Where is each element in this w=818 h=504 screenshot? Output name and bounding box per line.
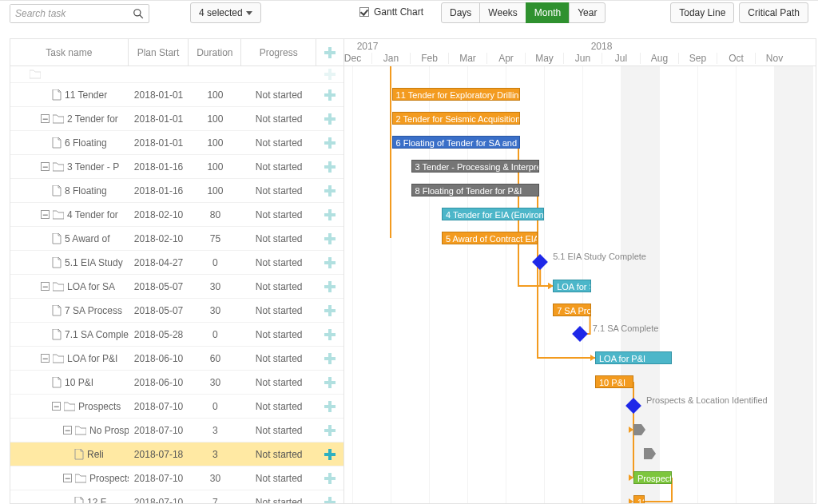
duration-cell: 0 [189,401,241,412]
month-label: Sep [678,53,717,64]
search-input[interactable] [10,5,128,22]
collapse-toggle[interactable] [63,474,72,482]
gantt-bar[interactable]: Prospects Id [633,471,672,484]
table-row[interactable]: 4 Tender for2018-02-1080Not started [10,202,343,226]
col-header-taskname[interactable]: Task name [10,39,129,65]
zoom-month-button[interactable]: Month [526,2,570,23]
table-row[interactable]: 2 Tender for2018-01-01100Not started [10,106,343,130]
add-task-button[interactable] [316,137,343,149]
table-row[interactable]: No Prospects2018-07-103Not started [10,418,343,442]
table-row[interactable]: LOA for P&I2018-06-1060Not started [10,346,343,370]
collapse-toggle[interactable] [63,426,72,435]
search-icon[interactable] [128,8,149,19]
month-label: Feb [410,53,448,64]
gantt-bar[interactable]: 3 Tender - Processing & Interpretation [411,160,539,173]
plus-icon [324,68,336,81]
table-row[interactable]: 3 Tender - P2018-01-16100Not started [10,154,343,178]
collapse-toggle[interactable] [52,402,61,411]
table-row[interactable]: Prospects2018-07-100Not started [10,394,343,418]
add-task-button[interactable] [316,113,343,125]
gantt-marker[interactable] [633,424,641,435]
gantt-milestone[interactable] [572,326,588,342]
gantt-bar[interactable]: 10 P&I [595,375,633,388]
zoom-year-button[interactable]: Year [569,2,606,23]
add-task-button[interactable] [316,232,343,245]
gantt-bar[interactable]: 11 Tender for Exploratory Drilling [392,88,520,101]
zoom-days-button[interactable]: Days [441,2,480,23]
plan-start-cell: 2018-01-16 [129,161,189,173]
col-header-progress[interactable]: Progress [241,39,316,65]
progress-cell: Not started [241,305,316,316]
table-row[interactable]: 5.1 EIA Study2018-04-270Not started [10,250,343,274]
plus-icon [324,113,336,125]
add-task-button[interactable] [316,424,343,437]
progress-cell: Not started [241,137,316,149]
table-row[interactable]: LOA for SA2018-05-0730Not started [10,274,343,298]
add-task-button[interactable] [316,161,343,173]
plan-start-cell: 2018-07-18 [129,449,189,460]
add-column-button[interactable] [316,39,343,65]
gantt-chart[interactable]: 20172018DecJanFebMarAprMayJunJulAugSepOc… [344,39,816,503]
add-task-button[interactable] [316,89,343,101]
table-row[interactable] [10,66,343,82]
add-task-button[interactable] [316,472,343,485]
table-row[interactable]: 5 Award of2018-02-1075Not started [10,226,343,250]
collapse-toggle[interactable] [41,162,50,171]
table-row[interactable]: 12 F2018-07-107Not started [10,490,343,503]
add-task-button[interactable] [316,328,343,341]
progress-cell: Not started [241,113,316,125]
collapse-toggle[interactable] [41,282,50,291]
progress-cell: Not started [241,449,316,460]
today-line-button[interactable]: Today Line [670,2,734,23]
gantt-bar[interactable]: LOA for SA [553,280,591,292]
gantt-bar[interactable]: 5 Award of Contract EIA Study [442,232,538,244]
add-task-button[interactable] [316,256,343,269]
duration-cell: 30 [189,473,241,484]
col-header-duration[interactable]: Duration [189,39,241,65]
gantt-chart-toggle[interactable]: Gantt Chart [359,6,423,18]
collapse-toggle[interactable] [41,354,50,363]
table-row[interactable]: 7 SA Process2018-05-0730Not started [10,298,343,322]
zoom-weeks-button[interactable]: Weeks [479,2,526,23]
table-row[interactable]: 6 Floating2018-01-01100Not started [10,130,343,154]
plan-start-cell: 2018-01-01 [129,137,189,149]
gantt-bar[interactable]: LOA for P&I [595,351,672,364]
table-row[interactable]: 8 Floating2018-01-16100Not started [10,178,343,202]
add-task-button[interactable] [316,185,343,197]
add-task-button[interactable] [316,304,343,317]
gantt-bar[interactable]: 4 Tender for EIA (Environment) [442,208,544,220]
table-row[interactable]: Prospects Id2018-07-1030Not started [10,466,343,490]
plus-icon [324,280,336,293]
table-row[interactable]: 11 Tender2018-01-01100Not started [10,82,343,106]
year-label: 2018 [391,40,812,52]
add-task-button[interactable] [316,448,343,461]
collapse-toggle[interactable] [41,114,50,123]
add-task-button[interactable] [316,208,343,221]
gantt-bar[interactable]: 8 Floating of Tender for P&I [411,184,539,196]
gantt-bar[interactable]: 7 SA Process [553,304,591,316]
month-label: May [525,53,563,64]
gantt-bar[interactable]: 2 Tender for Seismic Acquisition(SA) [392,112,520,125]
table-row[interactable]: Reli2018-07-183Not started [10,442,343,466]
add-task-button[interactable] [316,496,343,504]
critical-path-button[interactable]: Critical Path [739,2,808,23]
duration-cell: 100 [189,137,241,149]
gantt-marker[interactable] [644,448,652,459]
gantt-bar[interactable]: 6 Floating of Tender for SA and Evaluati… [392,136,520,149]
gantt-milestone[interactable] [625,398,641,414]
caret-down-icon [246,11,252,15]
add-task-button[interactable] [316,280,343,293]
table-row[interactable]: 10 P&I2018-06-1030Not started [10,370,343,394]
gantt-milestone[interactable] [532,254,548,270]
collapse-toggle[interactable] [41,210,50,219]
columns-dropdown[interactable]: 4 selected [190,2,261,23]
add-task-button[interactable] [316,68,343,81]
plus-icon [324,448,336,461]
add-task-button[interactable] [316,400,343,413]
add-task-button[interactable] [316,352,343,365]
search-task[interactable] [10,4,149,23]
col-header-planstart[interactable]: Plan Start [129,39,189,65]
table-row[interactable]: 7.1 SA Complete2018-05-280Not started [10,322,343,346]
gantt-bar[interactable]: 12 [633,495,645,503]
add-task-button[interactable] [316,376,343,389]
